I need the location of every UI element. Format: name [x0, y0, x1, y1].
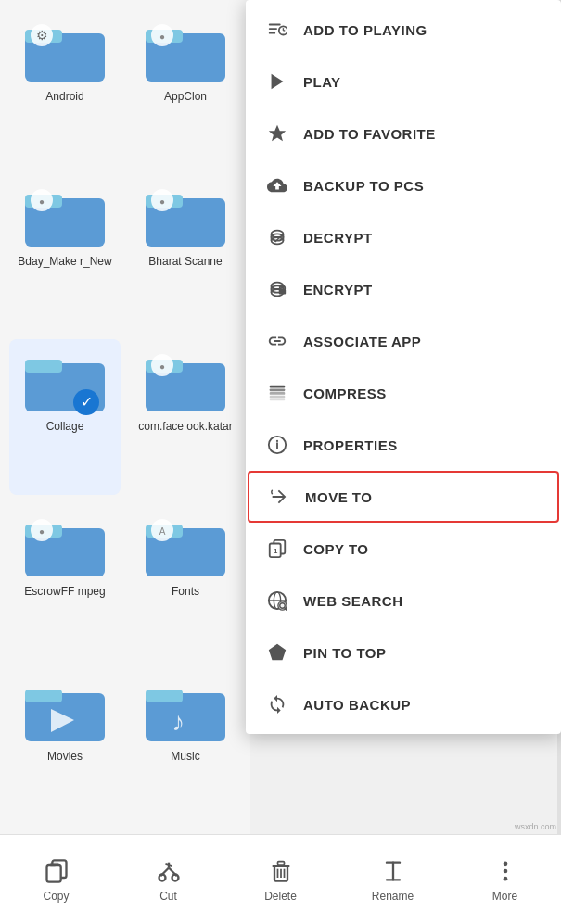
- file-label: Bday_Make r_New: [18, 255, 111, 268]
- menu-item-properties[interactable]: PROPERTIES: [246, 419, 561, 471]
- copy-to-icon: 1: [264, 536, 290, 562]
- svg-rect-60: [270, 392, 286, 395]
- menu-item-auto-backup[interactable]: AUTO BACKUP: [246, 678, 561, 730]
- svg-rect-78: [50, 863, 58, 865]
- folder-icon: ●: [144, 182, 227, 251]
- svg-text:✓: ✓: [81, 394, 93, 410]
- menu-item-associate-app[interactable]: ASSOCIATE APP: [246, 315, 561, 367]
- svg-rect-36: [146, 690, 183, 702]
- svg-marker-44: [272, 74, 284, 90]
- cut-label: Cut: [159, 890, 177, 903]
- web-search-icon: [264, 588, 290, 614]
- pin-icon: [264, 639, 290, 665]
- svg-point-97: [503, 877, 507, 881]
- svg-rect-58: [270, 386, 286, 388]
- delete-icon: [266, 856, 296, 886]
- svg-line-85: [165, 864, 172, 866]
- cloud-upload-icon: [264, 172, 290, 198]
- play-icon: [264, 69, 290, 95]
- file-item[interactable]: ● AppClon: [130, 9, 241, 165]
- menu-item-play[interactable]: PLAY: [246, 56, 561, 108]
- file-item[interactable]: ● Bday_Make r_New: [9, 174, 121, 330]
- svg-text:♪: ♪: [172, 707, 185, 736]
- context-menu: ADD TO PLAYING PLAY ADD TO FAVORITE BACK…: [246, 0, 561, 734]
- menu-label: BACKUP TO PCS: [303, 178, 424, 194]
- menu-item-backup-to-pcs[interactable]: BACKUP TO PCS: [246, 159, 561, 211]
- menu-item-add-to-playing[interactable]: ADD TO PLAYING: [246, 4, 561, 56]
- cut-icon: [154, 856, 184, 886]
- svg-point-95: [503, 862, 507, 867]
- folder-icon: ●: [23, 512, 107, 581]
- menu-item-compress[interactable]: COMPRESS: [246, 367, 561, 419]
- svg-rect-39: [269, 28, 277, 30]
- cut-button[interactable]: Cut: [112, 835, 224, 924]
- file-grid: ⚙ Android ● AppClon ● Bday_Make r_New: [0, 0, 250, 834]
- svg-rect-88: [277, 862, 284, 866]
- svg-text:1: 1: [274, 547, 277, 555]
- delete-button[interactable]: Delete: [224, 835, 337, 924]
- file-item[interactable]: ⚙ Android: [9, 9, 121, 165]
- file-label: Music: [171, 750, 199, 763]
- menu-label: ADD TO FAVORITE: [303, 126, 436, 142]
- folder-icon: [23, 677, 107, 746]
- svg-rect-62: [270, 399, 286, 400]
- copy-label: Copy: [43, 890, 69, 903]
- menu-item-decrypt[interactable]: DECRYPT: [246, 211, 561, 263]
- svg-point-96: [503, 869, 507, 874]
- menu-label: COPY TO: [303, 541, 368, 557]
- compress-icon: [264, 380, 290, 406]
- folder-icon: ●: [144, 347, 227, 416]
- menu-item-add-to-favorite[interactable]: ADD TO FAVORITE: [246, 108, 561, 159]
- link-icon: [264, 328, 290, 354]
- rename-icon: [378, 856, 408, 886]
- svg-rect-61: [270, 396, 286, 399]
- svg-marker-75: [269, 644, 286, 660]
- folder-icon: ●: [23, 182, 107, 251]
- menu-label: WEB SEARCH: [303, 593, 403, 609]
- menu-item-pin-to-top[interactable]: PIN TO TOP: [246, 627, 561, 678]
- svg-rect-38: [269, 24, 281, 26]
- file-item[interactable]: Movies: [9, 669, 121, 825]
- menu-item-encrypt[interactable]: ENCRYPT: [246, 263, 561, 315]
- file-item[interactable]: A Fonts: [130, 504, 241, 660]
- menu-label: PLAY: [303, 74, 341, 90]
- menu-label: DECRYPT: [303, 230, 373, 246]
- auto-backup-icon: [264, 691, 290, 717]
- svg-rect-59: [270, 388, 286, 391]
- file-label: com.face ook.katar: [138, 420, 232, 433]
- folder-icon: ●: [144, 17, 227, 86]
- rename-button[interactable]: Rename: [337, 835, 449, 924]
- decrypt-icon: [264, 224, 290, 250]
- star-icon: [264, 120, 290, 146]
- svg-line-73: [285, 608, 287, 610]
- svg-point-65: [276, 440, 278, 442]
- menu-label: AUTO BACKUP: [303, 697, 411, 713]
- move-icon: [266, 484, 292, 510]
- file-label: AppClon: [164, 90, 207, 103]
- file-label: Android: [45, 90, 83, 103]
- folder-icon: ✓: [23, 347, 107, 416]
- menu-label: MOVE TO: [305, 489, 372, 505]
- more-button[interactable]: More: [449, 835, 561, 924]
- file-item[interactable]: ● Bharat Scanne: [130, 174, 241, 330]
- rename-label: Rename: [372, 890, 414, 903]
- file-label: Movies: [47, 750, 83, 763]
- folder-icon: A: [144, 512, 227, 581]
- file-item[interactable]: ♪ Music: [130, 669, 241, 825]
- file-label: Fonts: [172, 585, 199, 598]
- svg-text:●: ●: [159, 361, 165, 372]
- menu-item-move-to[interactable]: MOVE TO: [248, 471, 559, 523]
- menu-item-copy-to[interactable]: 1 COPY TO: [246, 523, 561, 575]
- svg-rect-79: [50, 866, 56, 867]
- svg-text:●: ●: [39, 196, 45, 207]
- menu-label: ENCRYPT: [303, 282, 373, 297]
- copy-button[interactable]: Copy: [0, 835, 112, 924]
- file-item-selected[interactable]: ✓ Collage: [9, 339, 121, 495]
- file-item[interactable]: ● com.face ook.katar: [130, 339, 241, 495]
- svg-rect-17: [25, 360, 62, 373]
- menu-item-web-search[interactable]: WEB SEARCH: [246, 575, 561, 627]
- encrypt-icon: [264, 276, 290, 302]
- file-item[interactable]: ● EscrowFF mpeg: [9, 504, 121, 660]
- menu-label: ADD TO PLAYING: [303, 22, 427, 38]
- folder-icon: ♪: [144, 677, 227, 746]
